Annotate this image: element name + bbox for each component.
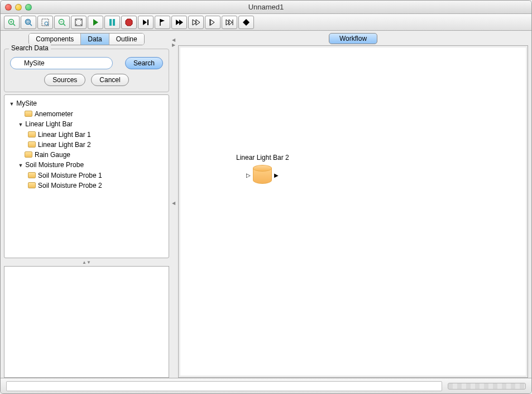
titlebar: Unnamed1 xyxy=(1,1,531,14)
svg-line-5 xyxy=(30,23,32,26)
toolbar xyxy=(1,14,531,31)
detail-panel xyxy=(4,266,169,378)
svg-rect-15 xyxy=(109,19,112,26)
fast-forward-button[interactable] xyxy=(188,16,204,29)
output-port-icon[interactable]: ▶ xyxy=(274,172,279,178)
tree-node-soil-moisture-probe-1[interactable]: Soil Moisture Probe 1 xyxy=(27,170,166,181)
data-cylinder-icon xyxy=(253,165,272,185)
svg-marker-31 xyxy=(243,19,250,26)
cancel-button[interactable]: Cancel xyxy=(91,74,128,86)
svg-marker-14 xyxy=(93,19,98,26)
tree-node-mysite[interactable]: MySite Anemometer Linear Light Bar Linea… xyxy=(9,98,166,191)
disclosure-triangle-icon[interactable] xyxy=(9,98,15,109)
disclosure-triangle-icon[interactable] xyxy=(18,160,23,170)
sources-button[interactable]: Sources xyxy=(44,74,85,86)
disclosure-triangle-icon[interactable] xyxy=(18,119,23,130)
app-window: Unnamed1 Components Data Outline xyxy=(0,0,532,394)
tab-data[interactable]: Data xyxy=(81,34,109,45)
svg-marker-23 xyxy=(179,20,183,25)
horizontal-splitter[interactable]: ▲▼ xyxy=(4,260,169,264)
tab-components[interactable]: Components xyxy=(29,34,81,45)
skip-outline-button[interactable] xyxy=(205,16,221,29)
canvas-tabs: Workflow xyxy=(178,33,528,44)
vertical-splitter[interactable]: ◀ ▶ ◀ xyxy=(171,33,176,378)
svg-marker-21 xyxy=(160,19,165,22)
tree-node-linear-light-bar-2[interactable]: Linear Light Bar 2 xyxy=(27,140,166,150)
workarea: Components Data Outline Search Data Sear… xyxy=(1,31,531,378)
folder-icon xyxy=(28,131,36,137)
svg-rect-16 xyxy=(113,19,115,26)
folder-icon xyxy=(25,111,32,117)
left-sidebar: Components Data Outline Search Data Sear… xyxy=(4,33,169,378)
zoom-in-button[interactable] xyxy=(4,16,20,29)
jump-forward-button[interactable] xyxy=(222,16,237,29)
tree-node-soil-moisture-probe[interactable]: Soil Moisture Probe Soil Moisture Probe … xyxy=(18,160,166,191)
canvas-frame: Linear Light Bar 2 ▷ ▶ xyxy=(178,45,528,378)
flag-button[interactable] xyxy=(155,16,170,29)
svg-rect-19 xyxy=(147,20,148,25)
svg-line-11 xyxy=(64,23,66,26)
folder-icon xyxy=(28,141,36,148)
search-button[interactable]: Search xyxy=(125,57,163,69)
window-title: Unnamed1 xyxy=(1,3,531,11)
run-button[interactable] xyxy=(88,16,103,29)
zoom-out-button[interactable] xyxy=(54,16,70,29)
tree-node-anemometer[interactable]: Anemometer xyxy=(18,109,166,119)
workflow-canvas[interactable]: Linear Light Bar 2 ▷ ▶ xyxy=(180,48,526,376)
tab-workflow[interactable]: Workflow xyxy=(329,33,377,44)
status-message xyxy=(6,381,442,391)
tree-node-soil-moisture-probe-2[interactable]: Soil Moisture Probe 2 xyxy=(27,181,166,191)
search-data-group: Search Data Search Sources Cancel xyxy=(4,49,169,92)
breakpoint-button[interactable] xyxy=(238,16,254,29)
svg-rect-6 xyxy=(27,21,29,23)
node-label: Linear Light Bar 2 xyxy=(236,154,289,162)
workflow-node-linear-light-bar-2[interactable]: Linear Light Bar 2 ▷ ▶ xyxy=(236,154,289,185)
tab-outline[interactable]: Outline xyxy=(109,34,144,45)
svg-marker-22 xyxy=(176,20,180,25)
folder-icon xyxy=(28,172,36,178)
pause-button[interactable] xyxy=(104,16,120,29)
next-button[interactable] xyxy=(171,16,187,29)
svg-marker-17 xyxy=(126,19,132,26)
folder-icon xyxy=(28,182,36,188)
tree-node-rain-gauge[interactable]: Rain Gauge xyxy=(18,150,166,160)
fit-window-button[interactable] xyxy=(71,16,87,29)
progress-bar xyxy=(448,383,526,390)
step-button[interactable] xyxy=(138,16,154,29)
svg-marker-27 xyxy=(210,20,214,25)
svg-point-4 xyxy=(26,19,31,24)
svg-line-1 xyxy=(13,23,16,26)
tree-node-linear-light-bar-1[interactable]: Linear Light Bar 1 xyxy=(27,130,166,140)
svg-marker-18 xyxy=(143,20,147,25)
splitter-handle-icon: ◀ ▶ xyxy=(172,37,176,48)
stop-button[interactable] xyxy=(121,16,137,29)
input-port-icon[interactable]: ▷ xyxy=(246,172,251,178)
sidebar-tabs: Components Data Outline xyxy=(4,33,169,45)
zoom-selection-button[interactable] xyxy=(37,16,53,29)
zoom-region-button[interactable] xyxy=(21,16,36,29)
tree-node-linear-light-bar[interactable]: Linear Light Bar Linear Light Bar 1 Line… xyxy=(18,119,166,150)
search-input[interactable] xyxy=(10,57,113,69)
data-tree: MySite Anemometer Linear Light Bar Linea… xyxy=(4,94,169,258)
status-bar xyxy=(1,378,531,393)
folder-icon xyxy=(25,151,32,158)
search-group-label: Search Data xyxy=(9,44,51,52)
splitter-handle-icon: ◀ xyxy=(172,201,175,206)
canvas-column: Workflow Linear Light Bar 2 ▷ ▶ xyxy=(178,33,528,378)
